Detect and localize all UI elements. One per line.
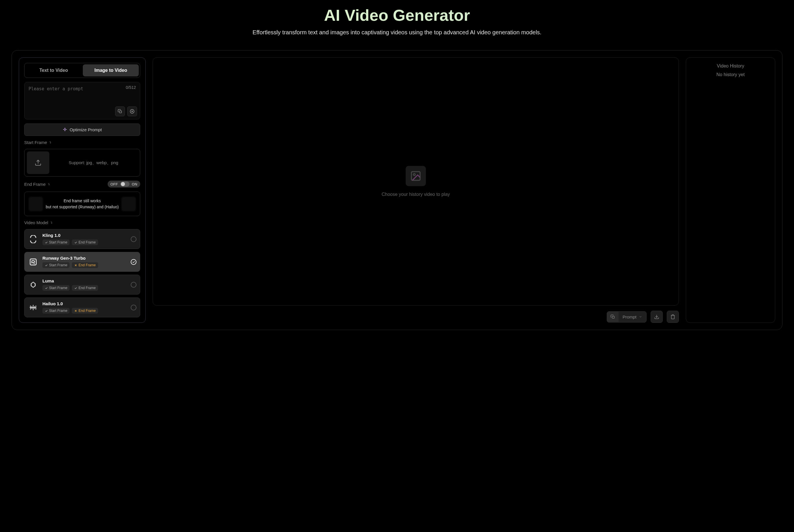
model-kling[interactable]: Kling 1.0 Start Frame End Frame bbox=[24, 229, 140, 249]
end-frame-tag: End Frame bbox=[72, 285, 98, 291]
video-model-label: Video Model ↴ bbox=[24, 220, 140, 225]
end-frame-info-line2: but not supported (Runway) and (Hailuo) bbox=[46, 204, 119, 210]
end-frame-tag: End Frame bbox=[72, 240, 98, 245]
page-subtitle: Effortlessly transform text and images i… bbox=[0, 29, 794, 36]
radio-unchecked bbox=[131, 282, 136, 288]
x-icon bbox=[74, 264, 77, 267]
radio-checked bbox=[131, 259, 136, 265]
check-icon bbox=[45, 286, 48, 290]
start-frame-tag: Start Frame bbox=[42, 285, 70, 291]
arrow-icon: ↴ bbox=[47, 182, 50, 186]
check-icon bbox=[132, 260, 135, 264]
hailuo-icon bbox=[28, 302, 38, 313]
end-frame-info-box: End frame still works but not supported … bbox=[24, 192, 140, 216]
arrow-icon: ↴ bbox=[50, 221, 53, 225]
kling-icon bbox=[28, 234, 38, 244]
tab-text-to-video[interactable]: Text to Video bbox=[26, 64, 82, 76]
svg-rect-2 bbox=[30, 259, 36, 265]
copy-icon[interactable] bbox=[115, 107, 125, 116]
model-luma[interactable]: Luma Start Frame End Frame bbox=[24, 275, 140, 294]
start-frame-upload: Support: jpg、webp、png bbox=[24, 149, 140, 176]
prompt-container: 0/512 bbox=[24, 82, 140, 119]
check-icon bbox=[45, 309, 48, 312]
download-button[interactable] bbox=[650, 311, 663, 323]
model-hailuo[interactable]: Hailuo 1.0 Start Frame End Frame bbox=[24, 298, 140, 317]
model-list: Kling 1.0 Start Frame End Frame bbox=[24, 229, 140, 317]
prompt-select-button[interactable]: Prompt bbox=[619, 311, 646, 322]
optimize-label: Optimize Prompt bbox=[70, 127, 102, 132]
upload-icon bbox=[35, 159, 41, 166]
check-icon bbox=[74, 241, 77, 244]
download-icon bbox=[654, 314, 659, 319]
model-name: Kling 1.0 bbox=[42, 233, 127, 238]
copy-prompt-button[interactable] bbox=[607, 311, 619, 322]
end-frame-tag-unsupported: End Frame bbox=[72, 262, 98, 268]
upload-button[interactable] bbox=[27, 151, 49, 174]
upload-hint: Support: jpg、webp、png bbox=[55, 160, 138, 166]
video-preview: Choose your history video to play bbox=[153, 57, 679, 305]
clear-icon[interactable] bbox=[127, 107, 137, 116]
arrow-icon: ↴ bbox=[49, 140, 51, 144]
copy-icon bbox=[610, 315, 615, 319]
prompt-dropdown: Prompt bbox=[607, 311, 647, 323]
start-frame-tag: Start Frame bbox=[42, 308, 70, 314]
end-frame-toggle-container: OFF ON bbox=[108, 180, 140, 188]
end-frame-tag-unsupported: End Frame bbox=[72, 308, 98, 314]
history-empty-text: No history yet bbox=[692, 72, 769, 77]
model-name: Runway Gen-3 Turbo bbox=[42, 255, 127, 261]
model-name: Luma bbox=[42, 279, 127, 283]
check-icon bbox=[45, 241, 48, 244]
check-icon bbox=[45, 264, 48, 267]
model-name: Hailuo 1.0 bbox=[42, 301, 127, 306]
page-title: AI Video Generator bbox=[0, 0, 794, 24]
controls-sidebar: Text to Video Image to Video 0/512 Optim… bbox=[19, 57, 146, 323]
end-frame-label: End Frame ↴ bbox=[24, 182, 50, 187]
radio-unchecked bbox=[131, 305, 136, 310]
start-frame-tag: Start Frame bbox=[42, 240, 70, 245]
check-icon bbox=[74, 286, 77, 290]
start-frame-tag: Start Frame bbox=[42, 262, 70, 268]
svg-rect-5 bbox=[612, 316, 614, 318]
svg-point-4 bbox=[413, 174, 415, 176]
sparkle-icon bbox=[63, 128, 67, 132]
preview-empty-text: Choose your history video to play bbox=[382, 192, 450, 197]
end-frame-info-line1: End frame still works bbox=[46, 198, 119, 204]
luma-icon bbox=[28, 280, 38, 290]
model-runway[interactable]: Runway Gen-3 Turbo Start Frame End Frame bbox=[24, 252, 140, 272]
toggle-off-label: OFF bbox=[111, 182, 118, 186]
x-icon bbox=[74, 309, 77, 312]
runway-icon bbox=[28, 257, 38, 267]
history-panel: Video History No history yet bbox=[686, 57, 775, 323]
end-frame-toggle[interactable] bbox=[120, 182, 130, 187]
preview-actions: Prompt bbox=[153, 311, 679, 323]
chevron-down-icon bbox=[639, 315, 642, 319]
prompt-input[interactable] bbox=[29, 86, 136, 103]
char-count: 0/512 bbox=[126, 85, 136, 90]
tab-image-to-video[interactable]: Image to Video bbox=[83, 64, 139, 76]
preview-area: Choose your history video to play Prompt bbox=[153, 57, 679, 323]
image-placeholder-icon bbox=[406, 166, 426, 186]
radio-unchecked bbox=[131, 236, 136, 242]
main-container: Text to Video Image to Video 0/512 Optim… bbox=[12, 50, 782, 330]
start-frame-label: Start Frame ↴ bbox=[24, 140, 140, 145]
delete-button[interactable] bbox=[667, 311, 679, 323]
prompt-dropdown-label: Prompt bbox=[623, 315, 637, 319]
mode-tabs: Text to Video Image to Video bbox=[24, 63, 140, 78]
svg-rect-0 bbox=[119, 111, 121, 113]
trash-icon bbox=[670, 314, 676, 319]
history-title: Video History bbox=[692, 63, 769, 69]
optimize-prompt-button[interactable]: Optimize Prompt bbox=[24, 124, 140, 136]
toggle-on-label: ON bbox=[132, 182, 138, 186]
